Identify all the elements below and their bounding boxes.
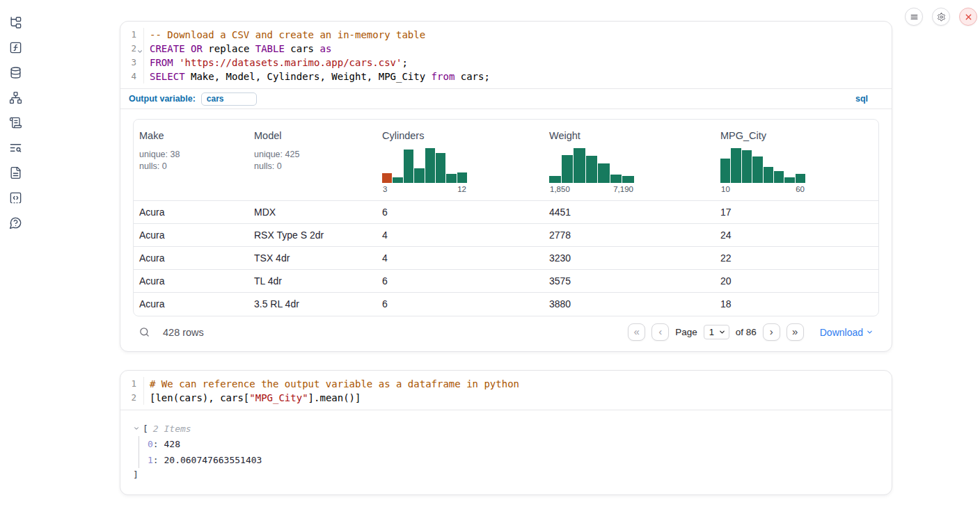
prev-page-button[interactable]: ‹	[651, 323, 669, 341]
column-header-model[interactable]: Modelunique: 425nulls: 0	[248, 120, 377, 201]
column-stats: unique: 38nulls: 0	[139, 149, 243, 172]
first-page-button[interactable]: «	[628, 323, 645, 341]
gear-icon	[937, 13, 946, 22]
fold-chevron-icon[interactable]	[136, 45, 143, 52]
download-button[interactable]: Download	[820, 327, 874, 338]
sidebar-item-logs[interactable]	[7, 115, 24, 129]
help-icon	[9, 216, 22, 230]
sidebar-item-dependencies[interactable]	[7, 90, 24, 104]
table-row[interactable]: AcuraTSX 4dr4323022	[134, 247, 879, 270]
table-row[interactable]: Acura3.5 RL 4dr6388018	[134, 293, 879, 316]
table-section: Makeunique: 38nulls: 0Modelunique: 425nu…	[120, 108, 892, 348]
histogram-cylinders	[382, 148, 467, 183]
python-cell: 12 # We can reference the output variabl…	[120, 370, 892, 495]
column-header-make[interactable]: Makeunique: 38nulls: 0	[134, 120, 248, 201]
code-lines: -- Download a CSV and create an in-memor…	[144, 28, 490, 83]
close-bracket: ]	[133, 468, 879, 482]
sql-code-editor[interactable]: 1234 -- Download a CSV and create an in-…	[120, 22, 892, 88]
histogram-axis-labels: 1060	[720, 185, 805, 193]
sidebar-item-files[interactable]	[7, 15, 24, 29]
function-square-icon	[9, 41, 22, 54]
last-page-button[interactable]: »	[787, 323, 804, 341]
output-variable-input[interactable]	[201, 92, 257, 106]
data-table: Makeunique: 38nulls: 0Modelunique: 425nu…	[134, 120, 879, 316]
output-entries: 0: 4281: 20.060747663551403	[139, 436, 879, 468]
code-lines: # We can reference the output variable a…	[144, 377, 519, 405]
close-button[interactable]	[959, 8, 977, 26]
open-bracket: [	[143, 424, 148, 434]
code-line[interactable]: # We can reference the output variable a…	[150, 377, 519, 391]
menu-icon	[910, 13, 919, 22]
line-number: 1	[120, 377, 143, 391]
column-stats: unique: 425nulls: 0	[254, 149, 371, 172]
table-row[interactable]: AcuraMDX6445117	[134, 201, 879, 224]
page-label: Page	[675, 327, 697, 337]
close-icon	[964, 13, 973, 22]
cell-output: [ 2 Items 0: 4281: 20.060747663551403 ]	[120, 410, 892, 482]
table-footer: 428 rows « ‹ Page 1 of 86 › » Download	[133, 316, 879, 348]
code-line[interactable]: [len(cars), cars["MPG_City"].mean()]	[150, 391, 519, 405]
menu-button[interactable]	[905, 8, 923, 26]
sidebar-item-snippets[interactable]	[7, 191, 24, 204]
window-actions	[905, 8, 977, 26]
gutter: 1234	[120, 28, 144, 83]
sql-cell: 1234 -- Download a CSV and create an in-…	[120, 21, 892, 352]
line-number: 3	[120, 56, 143, 70]
language-badge: sql	[855, 94, 868, 104]
code-line[interactable]: CREATE OR replace TABLE cars as	[150, 42, 490, 56]
output-variable-row: Output variable: sql	[120, 88, 892, 108]
output-variable-label: Output variable:	[129, 94, 196, 104]
page-select-value: 1	[709, 327, 714, 337]
database-icon	[9, 66, 22, 79]
list-item: 1: 20.060747663551403	[148, 452, 879, 468]
python-code-editor[interactable]: 12 # We can reference the output variabl…	[120, 371, 892, 410]
table-row[interactable]: AcuraRSX Type S 2dr4277824	[134, 224, 879, 247]
next-page-button[interactable]: ›	[763, 323, 780, 341]
sidebar	[0, 0, 31, 507]
snippets-icon	[9, 191, 22, 204]
search-button[interactable]	[139, 326, 150, 338]
sidebar-item-help[interactable]	[7, 216, 24, 230]
sidebar-item-documentation[interactable]	[7, 166, 24, 179]
gutter: 12	[120, 377, 144, 405]
page-total: of 86	[736, 327, 757, 337]
items-count: 2 Items	[153, 424, 191, 434]
settings-button[interactable]	[932, 8, 950, 26]
scroll-icon	[9, 116, 22, 129]
histogram-axis-labels: 1,8507,190	[549, 185, 634, 193]
collapse-chevron-icon[interactable]	[133, 425, 140, 432]
file-tree-icon	[9, 16, 22, 29]
list-item: 0: 428	[148, 436, 879, 452]
line-number: 2	[120, 42, 143, 56]
sidebar-item-variables[interactable]	[7, 40, 24, 54]
histogram-axis-labels: 312	[382, 185, 467, 193]
dependency-graph-icon	[9, 91, 22, 104]
page-select[interactable]: 1	[704, 325, 729, 339]
row-count: 428 rows	[163, 327, 204, 338]
sidebar-item-datasources[interactable]	[7, 65, 24, 79]
table-row[interactable]: AcuraTL 4dr6357520	[134, 270, 879, 293]
code-line[interactable]: -- Download a CSV and create an in-memor…	[150, 28, 490, 42]
column-header-weight[interactable]: Weight1,8507,190	[544, 120, 715, 201]
column-header-cylinders[interactable]: Cylinders312	[377, 120, 544, 201]
code-line[interactable]: FROM 'https://datasets.marimo.app/cars.c…	[150, 56, 490, 70]
search-icon	[139, 326, 150, 338]
chevron-down-icon	[718, 328, 726, 336]
histogram-weight	[549, 148, 634, 183]
line-number: 1	[120, 28, 143, 42]
line-number: 4	[120, 70, 143, 83]
chevron-down-icon	[866, 328, 874, 336]
histogram-mpg_city	[720, 148, 805, 183]
line-number: 2	[120, 391, 143, 405]
sidebar-item-outline[interactable]	[7, 140, 24, 154]
column-header-mpg_city[interactable]: MPG_City1060	[715, 120, 879, 201]
code-line[interactable]: SELECT Make, Model, Cylinders, Weight, M…	[150, 70, 490, 83]
list-search-icon	[9, 141, 22, 154]
document-icon	[9, 166, 22, 179]
